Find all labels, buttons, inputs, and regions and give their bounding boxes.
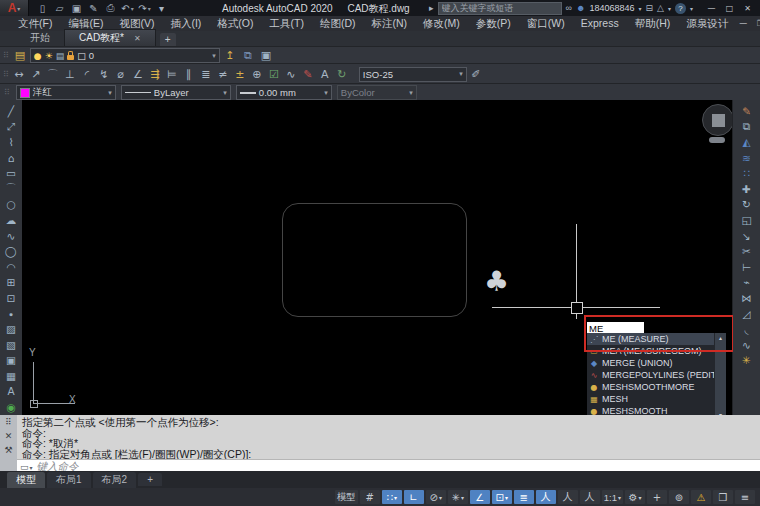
app-store-cart-icon[interactable]: ⊟ [646,3,654,13]
maximize-button[interactable]: □ [721,1,738,15]
ordinate-dimension-button[interactable]: ⊥ [62,67,78,82]
signed-in-user-id[interactable]: 184068846 [589,3,634,13]
popup-scrollbar[interactable]: ▴ ▾ [714,333,726,415]
grid-display-button[interactable]: # [360,490,380,504]
erase-button[interactable]: ✎ [737,103,756,119]
workspace-switching-button[interactable]: ⚙▾ [625,490,645,504]
chamfer-button[interactable]: ◿ [737,306,756,322]
annotation-scale-button[interactable]: 人 [580,490,600,504]
model-space-button[interactable]: 模型 [335,490,358,504]
color-dropdown-icon[interactable]: ▾ [108,89,112,97]
spline-button[interactable]: ∿ [2,228,21,244]
viewcube-top-face[interactable] [712,114,725,127]
doc-restore-button[interactable]: ❐ [753,18,760,30]
object-snap-tracking-button[interactable]: ∠ [470,490,490,504]
ellipse-arc-button[interactable]: ◠ [2,259,21,275]
customize-wrench-icon[interactable]: ⚒ [4,445,12,455]
dimension-space-button[interactable]: ≣ [198,67,214,82]
close-button[interactable]: ✕ [739,1,756,15]
new-layout-button[interactable]: + [138,473,162,486]
tab-cad-tutorial[interactable]: CAD教程* ✕ [64,29,156,46]
add-selected-button[interactable]: ◉ [2,399,21,415]
tree-block-marker[interactable]: ♣ [484,268,509,296]
dimension-style-select[interactable]: ISO-25 ▾ [359,67,467,82]
object-snap-button[interactable]: ⊡▾ [492,490,512,504]
multiline-text-button[interactable]: A [2,384,21,400]
popup-item-measure[interactable]: ⋰ME (MEASURE) [587,333,726,345]
blend-curves-button[interactable]: ∿ [737,337,756,353]
mirror-button[interactable]: ◭ [737,134,756,150]
minimize-button[interactable]: — [703,1,720,15]
toolbar-grip-icon[interactable]: ⠿ [3,51,9,60]
inspection-button[interactable]: ☑ [266,67,282,82]
rectangle-button[interactable]: ▭ [2,165,21,181]
menu-item-13[interactable]: 源泉设计 [678,16,736,31]
move-button[interactable]: ✚ [737,181,756,197]
graphics-performance-button[interactable]: ⚠ [691,490,711,504]
toolbar-grip-icon[interactable]: ⠿ [4,88,10,97]
radius-dimension-button[interactable]: ◜ [79,67,95,82]
menu-item-4[interactable]: 格式(O) [209,16,261,31]
match-layer-button[interactable]: ⧉ [240,48,256,63]
popup-item-meshsmoothmore[interactable]: ●MESHSMOOTHMORE [587,381,726,393]
open-file-button[interactable]: ▱ [52,1,67,15]
make-layer-current-button[interactable]: ↥ [222,48,238,63]
quick-dimension-button[interactable]: ⇶ [147,67,163,82]
model-tab[interactable]: 模型 [7,472,45,488]
dim-style-dropdown-icon[interactable]: ▾ [459,70,463,78]
toolbar-grip-icon[interactable]: ⠿ [3,70,9,79]
isometric-drafting-button[interactable]: ✳▾ [448,490,468,504]
angular-dimension-button[interactable]: ∠ [130,67,146,82]
diameter-dimension-button[interactable]: ⌀ [113,67,129,82]
insert-block-button[interactable]: ⊞ [2,275,21,291]
layer-select[interactable]: ●☀▤□ 0 ▾ [30,48,220,63]
extend-button[interactable]: ⊢ [737,259,756,275]
dimension-text-edit-button[interactable]: A [317,67,333,82]
lineweight-select[interactable]: 0.00 mm ▾ [236,85,332,100]
clean-screen-button[interactable]: ❒ [713,490,733,504]
scale-button[interactable]: ◱ [737,212,756,228]
layout2-tab[interactable]: 布局2 [93,472,137,488]
dimension-edit-button[interactable]: ✎ [300,67,316,82]
layout1-tab[interactable]: 布局1 [47,472,91,488]
doc-minimize-button[interactable]: — [736,18,750,30]
region-button[interactable]: ▣ [2,353,21,369]
explode-button[interactable]: ✳ [737,353,756,369]
redo-button[interactable]: ↷▾ [137,1,152,15]
snap-mode-button[interactable]: ∷▾ [382,490,402,504]
save-button[interactable]: ▣ [69,1,84,15]
popup-item-pedit[interactable]: ∿MERGEPOLYLINES (PEDIT) [587,369,726,381]
menu-item-0[interactable]: 文件(F) [10,16,60,31]
scroll-up-icon[interactable]: ▴ [719,334,722,341]
fillet-button[interactable]: ◟ [737,321,756,337]
search-icon[interactable]: ∞ [566,3,572,13]
stretch-button[interactable]: ↘ [737,228,756,244]
plot-button[interactable]: ⎙ [103,1,118,15]
copy-button[interactable]: ⧉ [737,119,756,135]
undo-button[interactable]: ↶▾ [120,1,135,15]
menu-item-3[interactable]: 插入(I) [162,16,209,31]
annotation-visibility-button[interactable]: 人 [536,490,556,504]
tolerance-button[interactable]: ± [232,67,248,82]
hatch-button[interactable]: ▨ [2,321,21,337]
menu-item-5[interactable]: 工具(T) [262,16,312,31]
tab-close-icon[interactable]: ✕ [134,34,141,43]
exchange-dropdown-icon[interactable]: ▾ [668,5,671,12]
menu-item-8[interactable]: 修改(M) [415,16,468,31]
sign-in-user-icon[interactable]: ☻ [576,3,585,13]
construction-line-button[interactable]: ⤢ [2,119,21,135]
new-tab-button[interactable]: + [160,33,176,46]
autoscale-annotation-button[interactable]: 人 [558,490,578,504]
layer-dropdown-icon[interactable]: ▾ [212,52,216,60]
viewcube[interactable] [702,104,733,136]
dimension-update-button[interactable]: ↻ [334,67,350,82]
close-command-panel-icon[interactable]: ✕ [5,431,13,441]
arc-length-dimension-button[interactable]: ⌒ [45,67,61,82]
trim-button[interactable]: ✂ [737,243,756,259]
layer-states-button[interactable]: ▣ [258,48,274,63]
isolate-objects-button[interactable]: ⊚ [669,490,689,504]
jogged-linear-button[interactable]: ∿ [283,67,299,82]
polyline-button[interactable]: ⌇ [2,134,21,150]
menu-item-6[interactable]: 绘图(D) [312,16,364,31]
menu-item-10[interactable]: 窗口(W) [519,16,573,31]
